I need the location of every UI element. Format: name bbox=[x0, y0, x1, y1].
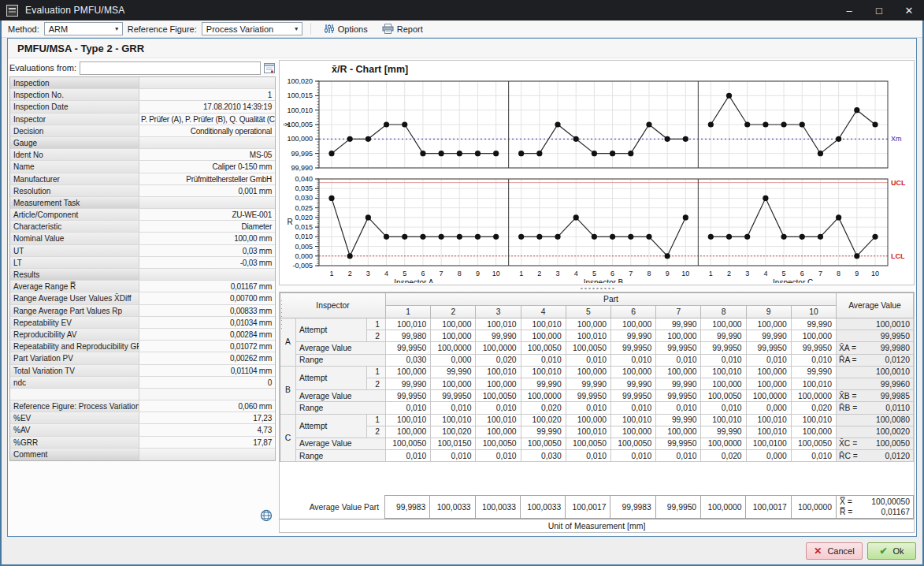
maximize-button[interactable]: □ bbox=[864, 0, 894, 20]
table-cell: 100,000 bbox=[566, 415, 611, 426]
stat-value: 0,01167 bbox=[881, 507, 910, 517]
property-label: Range Average Part Values Rp bbox=[10, 305, 139, 316]
table-cell: 0,010 bbox=[611, 402, 656, 414]
svg-text:10: 10 bbox=[681, 270, 689, 277]
evaluations-from-input[interactable] bbox=[80, 61, 261, 75]
property-label: Resolution bbox=[10, 185, 139, 196]
property-row: Article/ComponentZU-WE-001 bbox=[10, 209, 275, 221]
cancel-button[interactable]: ✕ Cancel bbox=[806, 542, 863, 560]
property-row: ndc0 bbox=[10, 377, 275, 389]
globe-icon[interactable] bbox=[260, 509, 273, 522]
property-row: NameCaliper 0-150 mm bbox=[10, 161, 275, 173]
property-value: 0 bbox=[139, 377, 275, 388]
table-cell: 100,0033 bbox=[520, 495, 566, 519]
horizontal-splitter[interactable] bbox=[279, 285, 915, 292]
property-label: Article/Component bbox=[10, 209, 139, 220]
property-row: Results bbox=[10, 269, 275, 281]
svg-text:2: 2 bbox=[537, 270, 541, 277]
table-cell: 100,020 bbox=[521, 415, 566, 426]
table-header-cell: 1 bbox=[386, 306, 431, 318]
table-cell: 99,9950 bbox=[655, 495, 701, 519]
table-cell: 100,000 bbox=[566, 367, 611, 378]
table-cell: 99,9950 bbox=[386, 390, 431, 402]
table-cell: 0,010 bbox=[566, 450, 611, 462]
cancel-label: Cancel bbox=[827, 546, 854, 556]
table-cell: 1 bbox=[367, 367, 386, 378]
method-label: Method: bbox=[8, 24, 39, 34]
method-select[interactable]: ARM ▼ bbox=[44, 22, 123, 35]
svg-text:1: 1 bbox=[329, 270, 333, 277]
table-cell: R̄B =0,0110 bbox=[837, 402, 914, 414]
table-cell: 100,010 bbox=[701, 367, 746, 378]
table-cell: 100,010 bbox=[701, 415, 746, 426]
table-cell: 100,0050 bbox=[476, 390, 521, 402]
table-cell: 99,9950 bbox=[386, 342, 431, 354]
chart-title: x̄/R - Chart [mm] bbox=[332, 64, 914, 76]
table-cell: 100,010 bbox=[792, 415, 837, 426]
table-header-cell: Part bbox=[386, 293, 837, 306]
table-cell: 99,990 bbox=[386, 378, 431, 390]
svg-text:3: 3 bbox=[745, 270, 749, 277]
table-cell: 0,020 bbox=[521, 402, 566, 414]
table-cell: 99,990 bbox=[792, 318, 837, 330]
property-value: 0,00700 mm bbox=[139, 292, 275, 303]
table-cell: Average Value bbox=[296, 342, 386, 354]
close-button[interactable]: ✕ bbox=[894, 0, 924, 20]
stat-value: 100,00050 bbox=[871, 497, 910, 507]
svg-text:7: 7 bbox=[629, 270, 633, 277]
table-cell: 100,010 bbox=[476, 415, 521, 426]
report-button[interactable]: Report bbox=[377, 22, 428, 35]
table-cell: 100,000 bbox=[656, 330, 701, 342]
table-cell: 0,000 bbox=[431, 355, 476, 367]
svg-text:Inspector C: Inspector C bbox=[773, 278, 813, 283]
table-cell: 2 bbox=[367, 378, 386, 390]
property-row: Inspection No.1 bbox=[10, 89, 275, 101]
property-value: 0,01034 mm bbox=[139, 317, 275, 328]
stat-value: 0,0120 bbox=[885, 356, 911, 364]
property-row: %GRR17,87 bbox=[10, 437, 275, 449]
table-cell: 100,0000 bbox=[431, 342, 476, 354]
report-label: Report bbox=[397, 24, 423, 34]
property-row: InspectorP. Prüfer (A), P. Prüfer (B), Q… bbox=[10, 114, 275, 125]
table-cell: C bbox=[280, 415, 296, 463]
property-label bbox=[10, 389, 139, 400]
property-row: Repeatability EV0,01034 mm bbox=[10, 317, 275, 329]
table-cell: 100,0000 bbox=[476, 342, 521, 354]
svg-text:0,040: 0,040 bbox=[295, 175, 313, 183]
svg-text:5: 5 bbox=[782, 270, 786, 277]
table-cell: 0,010 bbox=[521, 355, 566, 367]
property-label: UT bbox=[10, 245, 139, 256]
table-cell: Attempt bbox=[296, 318, 367, 342]
toolbar-separator bbox=[310, 23, 311, 35]
svg-text:9: 9 bbox=[666, 270, 670, 277]
table-cell: 1 bbox=[367, 318, 386, 330]
property-label: Repeatability and Reproducibility GRR bbox=[10, 341, 139, 352]
window-title: Evaluation PMFU/MSA bbox=[25, 5, 125, 16]
table-cell: 99,990 bbox=[747, 330, 792, 342]
table-cell: 100,000 bbox=[386, 426, 431, 438]
property-row: Range Average Part Values Rp0,00833 mm bbox=[10, 305, 275, 317]
table-cell: 100,010 bbox=[431, 415, 476, 426]
property-label: Ident No bbox=[10, 149, 139, 160]
minimize-button[interactable]: – bbox=[834, 0, 864, 20]
property-value: Caliper 0-150 mm bbox=[139, 161, 275, 172]
table-cell: 99,9983 bbox=[384, 495, 430, 519]
table-cell: 100,000 bbox=[701, 378, 746, 390]
table-cell: 0,020 bbox=[701, 450, 746, 462]
table-cell: 0,010 bbox=[747, 355, 792, 367]
svg-text:3: 3 bbox=[556, 270, 560, 277]
table-cell: 99,9960 bbox=[837, 378, 914, 390]
svg-text:4: 4 bbox=[763, 270, 767, 277]
calendar-icon[interactable] bbox=[264, 62, 276, 73]
reference-figure-select[interactable]: Process Variation ▼ bbox=[202, 22, 302, 35]
table-header-cell: 6 bbox=[611, 306, 656, 318]
options-button[interactable]: Options bbox=[319, 22, 373, 35]
ok-button[interactable]: ✔ Ok bbox=[867, 542, 916, 560]
vertical-splitter-grip-icon[interactable] bbox=[280, 299, 283, 330]
table-cell: 100,000 bbox=[656, 367, 701, 378]
table-cell: 0,010 bbox=[611, 450, 656, 462]
table-cell: 0,000 bbox=[747, 450, 792, 462]
table-cell: 100,0050 bbox=[566, 342, 611, 354]
reference-figure-value: Process Variation bbox=[206, 24, 273, 34]
grand-stat: X̿ =100,00050 bbox=[840, 497, 910, 507]
